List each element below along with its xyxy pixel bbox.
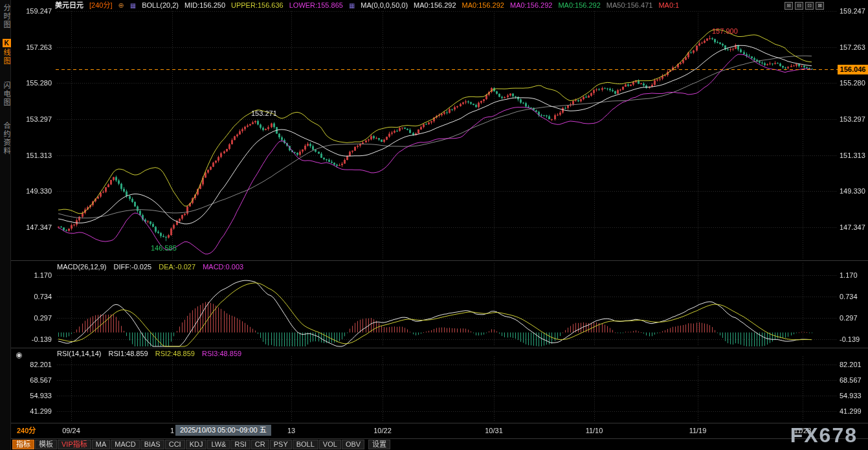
rsi3-value: RSI3:48.859 [202, 350, 241, 357]
macd-diff-value: DIFF:-0.025 [113, 263, 151, 271]
boll-mid-value: MID:156.250 [184, 1, 225, 10]
sidebar-item-kline-chart[interactable]: K线图 [1, 39, 12, 65]
rsi-axis-label: 54.933 [13, 392, 52, 400]
macd-axis-label: 0.734 [13, 293, 52, 301]
ma-value-2: MA0:156.292 [462, 1, 504, 10]
chart-header: 美元日元 [240分] ⊕ ▦ BOLL(20,2) MID:156.250 U… [55, 1, 679, 10]
x-axis-label: 10/31 [485, 427, 503, 435]
rsi2-value: RSI2:48.859 [155, 350, 195, 357]
toolbar-button-vip-indicator[interactable]: VIP指标 [58, 440, 91, 449]
boll-indicator-icon[interactable]: ▦ [130, 1, 136, 10]
price-axis-label: 153.297 [840, 115, 865, 124]
sidebar-item-contract-info[interactable]: 合约资料 [1, 122, 12, 155]
toolbar-button-macd[interactable]: MACD [111, 440, 139, 449]
rsi-axis-label: 68.567 [13, 376, 52, 385]
x-axis-label: 11/19 [689, 427, 707, 435]
toolbar-button-indicator[interactable]: 指标 [12, 440, 34, 449]
ma-label: MA(0,0,0,50,0) [361, 1, 408, 10]
macd-axis-label: 0.297 [840, 314, 858, 322]
price-axis-label: 155.280 [13, 79, 52, 87]
ma-value-6: MA0:1 [658, 1, 679, 10]
x-axis-label: 1 [170, 427, 174, 435]
sidebar-item-time-chart[interactable]: 分时图 [1, 4, 12, 29]
sidebar-item-flash-chart[interactable]: 闪电图 [1, 82, 12, 107]
price-axis-label: 155.280 [840, 79, 865, 87]
toolbar-button-bias[interactable]: BIAS [140, 440, 164, 449]
ma-value-3: MA0:156.292 [510, 1, 552, 10]
rsi-axis-label: 41.299 [13, 407, 52, 416]
kline-label: 线图 [3, 49, 10, 65]
macd-label: MACD(26,12,9) [57, 263, 106, 271]
toolbar-button-rsi[interactable]: RSI [230, 440, 250, 449]
low-price-annotation: 146.585 [151, 244, 177, 253]
price-axis-label: 159.247 [13, 7, 52, 16]
current-price-tag: 156.046 [838, 65, 868, 74]
price-axis-label: 157.263 [840, 43, 865, 52]
window-control-icon-2[interactable]: ⊟ [795, 2, 803, 10]
x-axis-label: 13 [287, 427, 295, 435]
interval-label: [240分] [89, 1, 112, 10]
ma-value-1: MA0:156.292 [414, 1, 456, 10]
rsi-axis-label: 82.201 [13, 361, 52, 369]
toolbar-button-kdj[interactable]: KDJ [186, 440, 207, 449]
fx678-watermark: FX678 [790, 424, 858, 446]
toolbar-button-template[interactable]: 模板 [35, 440, 57, 449]
symbol-name: 美元日元 [55, 1, 83, 10]
macd-axis-label: 1.170 [13, 271, 52, 280]
x-axis-label: 10/22 [373, 427, 392, 435]
price-axis-label: 151.313 [13, 152, 52, 160]
indicator-toolbar: 指标 模板 VIP指标 MA MACD BIAS CCI KDJ LW& RSI… [11, 439, 390, 450]
timeframe-label[interactable]: 240分 [17, 427, 36, 435]
price-axis-label: 147.347 [840, 223, 865, 232]
macd-legend: MACD(26,12,9) DIFF:-0.025 DEA:-0.027 MAC… [57, 263, 249, 271]
price-axis-label: 149.330 [840, 187, 865, 196]
x-axis-label: 09/24 [62, 427, 80, 435]
macd-value: MACD:0.003 [203, 263, 243, 271]
crosshair-date-tooltip: 2025/10/03 05:00~09:00 五 [175, 425, 271, 436]
rsi-axis-label: 68.567 [840, 376, 862, 385]
toolbar-button-cr[interactable]: CR [251, 440, 269, 449]
window-control-icon-1[interactable]: ⊞ [785, 2, 793, 10]
rsi-legend: RSI(14,14,14) RSI1:48.859 RSI2:48.859 RS… [57, 350, 247, 358]
macd-axis-label: 1.170 [840, 271, 858, 280]
window-control-icon-3[interactable]: ⊡ [805, 2, 814, 10]
window-controls: ⊞ ⊟ ⊡ ⊠ [785, 2, 824, 10]
high-price-annotation: 157.900 [712, 27, 738, 36]
price-axis-label: 153.297 [13, 115, 52, 124]
kline-k-badge: K [3, 39, 11, 47]
window-control-icon-4[interactable]: ⊠ [816, 2, 824, 10]
macd-axis-label: 0.297 [13, 314, 52, 322]
toolbar-button-vol[interactable]: VOL [319, 440, 341, 449]
chart-canvas[interactable] [0, 0, 868, 450]
ma50-value: MA50:156.471 [606, 1, 653, 10]
circle-plus-icon[interactable]: ⊕ [118, 1, 124, 10]
toolbar-button-psy[interactable]: PSY [270, 440, 292, 449]
price-axis-label: 159.247 [840, 7, 865, 16]
toolbar-button-settings[interactable]: 设置 [368, 440, 390, 449]
left-sidebar: 分时图 K线图 闪电图 合约资料 [0, 0, 11, 450]
price-axis-label: 147.347 [13, 223, 52, 232]
price-axis-label: 151.313 [840, 152, 865, 160]
ma-indicator-icon[interactable]: ▦ [349, 1, 355, 10]
toolbar-button-boll[interactable]: BOLL [293, 440, 318, 449]
macd-axis-label: 0.734 [840, 293, 858, 301]
rsi-label: RSI(14,14,14) [57, 350, 101, 357]
price-axis-label: 149.330 [13, 187, 52, 196]
boll-upper-value: UPPER:156.636 [231, 1, 284, 10]
ma-value-4: MA0:156.292 [558, 1, 600, 10]
toolbar-button-obv[interactable]: OBV [342, 440, 364, 449]
swing-high-annotation: 153.271 [251, 109, 277, 118]
toolbar-button-ma[interactable]: MA [92, 440, 111, 449]
macd-axis-label: -0.139 [13, 335, 52, 344]
rsi-axis-label: 82.201 [840, 361, 862, 369]
toolbar-button-cci[interactable]: CCI [165, 440, 185, 449]
boll-lower-value: LOWER:155.865 [289, 1, 343, 10]
boll-label: BOLL(20,2) [142, 1, 179, 10]
price-axis-label: 157.263 [13, 43, 52, 52]
macd-dea-value: DEA:-0.027 [159, 263, 195, 271]
macd-axis-label: -0.139 [840, 335, 860, 344]
toolbar-button-lwr[interactable]: LW& [207, 440, 230, 449]
x-axis-label: 11/10 [586, 427, 603, 435]
rsi-panel-icon[interactable]: ◉ [16, 351, 22, 359]
rsi1-value: RSI1:48.859 [109, 350, 148, 357]
